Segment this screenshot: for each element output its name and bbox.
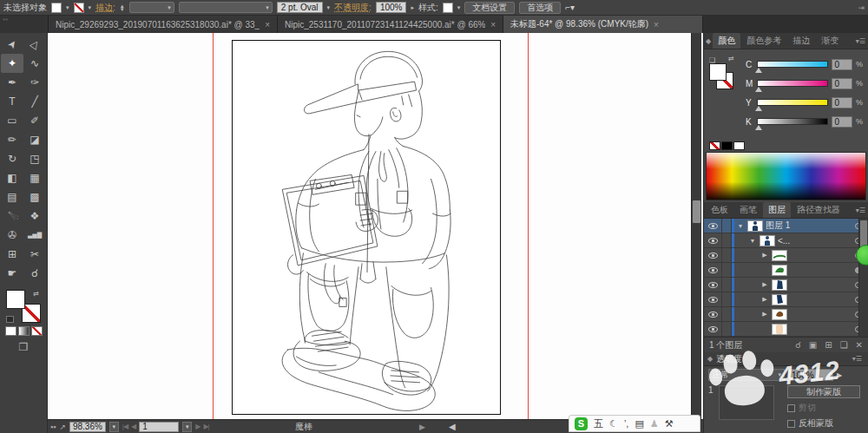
tab-document-3-active[interactable]: 未标题-64* @ 98.36% (CMYK/轮廓) × (503, 16, 703, 33)
visibility-eye-icon[interactable] (704, 297, 721, 303)
opacity-label-link[interactable]: 不透明度: (334, 2, 372, 14)
slider-thumb[interactable] (755, 106, 762, 111)
tab-layers[interactable]: 图层 (763, 202, 791, 218)
layer-thumbnail[interactable] (772, 279, 787, 291)
artboard-tool[interactable]: ⊞ (1, 245, 23, 264)
visibility-eye-icon[interactable] (704, 282, 721, 288)
group-name[interactable]: <... (778, 236, 790, 246)
last-artboard-button[interactable]: ▶| (203, 423, 208, 430)
visibility-eye-icon[interactable] (704, 267, 721, 273)
layer-name[interactable]: 图层 1 (766, 220, 790, 232)
zoom-level-value[interactable]: 98.36% (69, 422, 106, 432)
visibility-eye-icon[interactable] (704, 223, 721, 229)
rectangle-tool[interactable]: ▭ (1, 111, 23, 130)
h-scroll-left-icon[interactable]: ◀ (449, 422, 456, 431)
gradient-tool[interactable]: ▩ (23, 187, 46, 207)
style-dropdown-icon[interactable]: ▾ (457, 4, 461, 11)
lock-cell[interactable] (721, 292, 732, 306)
gradient-button[interactable] (18, 326, 30, 336)
lock-cell[interactable] (721, 322, 732, 336)
stroke-label-link[interactable]: 描边: (95, 2, 115, 14)
zoom-dropdown-icon[interactable]: ▾ (109, 422, 119, 432)
layers-scrollbar[interactable] (858, 219, 868, 337)
opacity-slider-icon[interactable]: ▶ (837, 371, 842, 379)
scale-tool[interactable]: ◳ (23, 149, 46, 168)
lock-cell[interactable] (721, 263, 732, 277)
transparency-opacity-value[interactable]: 100% (788, 369, 833, 381)
stroke-dropdown-icon[interactable]: ▾ (89, 4, 92, 11)
cs-live-icon[interactable]: ▪▪ (50, 423, 56, 431)
ime-fullhalf-moon-icon[interactable]: ☾ (609, 418, 618, 430)
column-graph-tool[interactable]: ▃▅▇ (23, 226, 46, 245)
stroke-weight-stepper[interactable]: ▲▼ (120, 4, 125, 11)
tab-pathfinder[interactable]: 路径查找器 (792, 202, 845, 218)
layer-row-4[interactable] (704, 263, 868, 278)
shape-builder-tool[interactable]: ◧ (1, 168, 23, 187)
brush-definition-value[interactable]: 2 pt. Oval (277, 2, 323, 13)
new-layer-icon[interactable]: ❏ (840, 340, 848, 350)
layer-thumbnail[interactable] (772, 324, 787, 335)
blend-mode-dropdown[interactable]: 正常▾ (708, 369, 785, 381)
locate-object-icon[interactable]: ☌ (795, 340, 801, 350)
eyedropper-tool[interactable]: ☄ (1, 207, 23, 226)
close-icon[interactable]: × (490, 20, 496, 30)
layer-thumbnail[interactable] (772, 294, 787, 305)
tab-gradient[interactable]: 渐变 (816, 33, 844, 49)
share-icon[interactable]: ↗ (59, 423, 66, 431)
yellow-slider[interactable] (757, 99, 827, 106)
visibility-eye-icon[interactable] (704, 326, 721, 332)
expand-triangle-icon[interactable]: ▼ (748, 238, 757, 244)
new-sublayer-icon[interactable]: ⊞ (825, 340, 832, 350)
mesh-tool[interactable]: ▤ (1, 187, 23, 207)
zoom-tool[interactable]: ☌ (23, 264, 46, 283)
black-value[interactable]: 0 (832, 116, 852, 128)
magic-wand-tool[interactable]: ✦ (1, 54, 23, 73)
transparency-header[interactable]: ◆ 透明度 ▾☰ (704, 352, 868, 366)
layer-row-7[interactable]: ▶ (704, 307, 868, 322)
color-button[interactable] (5, 326, 16, 336)
invert-mask-checkbox[interactable]: 反相蒙版 (787, 417, 860, 430)
artboard-number-value[interactable]: 1 (139, 422, 179, 432)
cyan-value[interactable]: 0 (832, 59, 852, 70)
panel-menu-icon[interactable]: ▾☰ (856, 207, 865, 214)
panel-menu-icon[interactable]: ▾☰ (856, 37, 865, 45)
ime-mode-wubi[interactable]: 五 (594, 417, 603, 430)
delete-layer-icon[interactable]: ✕ (856, 340, 863, 350)
variable-width-dropdown[interactable]: ▾ (179, 2, 273, 13)
panel-menu-icon[interactable]: ▾☰ (852, 355, 862, 363)
expand-triangle-icon[interactable]: ▶ (760, 281, 769, 288)
perspective-grid-tool[interactable]: ▦ (23, 168, 46, 187)
expand-triangle-icon[interactable]: ▼ (736, 223, 745, 229)
layer-row-1[interactable]: ▼ 图层 1 (704, 219, 868, 233)
canvas[interactable] (48, 33, 703, 419)
pen-tool[interactable]: ✒ (1, 73, 23, 92)
tab-color[interactable]: 颜色 (713, 33, 740, 49)
opacity-value[interactable]: 100% (376, 2, 407, 13)
lock-cell[interactable] (721, 307, 732, 321)
document-setup-button[interactable]: 文档设置 (464, 2, 515, 14)
layer-thumbnail[interactable] (772, 265, 787, 276)
expand-triangle-icon[interactable]: ▶ (760, 311, 769, 318)
brush-definition-dropdown-icon[interactable]: ▾ (327, 4, 331, 11)
type-tool[interactable]: T (1, 92, 23, 111)
close-icon[interactable]: × (265, 20, 270, 30)
magenta-value[interactable]: 0 (832, 78, 852, 89)
sogou-logo-icon[interactable]: S (575, 417, 588, 430)
lock-cell[interactable] (721, 278, 732, 292)
none-swatch[interactable] (709, 141, 720, 150)
ime-punctuation-icon[interactable]: ’, (624, 418, 629, 429)
tab-swatches[interactable]: 色板 (706, 202, 733, 218)
layer-thumbnail[interactable] (772, 250, 787, 261)
layer-row-5[interactable]: ▶ (704, 278, 868, 292)
close-icon[interactable]: × (654, 20, 659, 30)
checkbox-icon[interactable] (787, 420, 795, 428)
drawing-mode-icon[interactable]: ❐ (0, 341, 47, 353)
rotate-tool[interactable]: ↻ (1, 149, 23, 168)
scrollbar-thumb[interactable] (693, 200, 700, 223)
expand-triangle-icon[interactable]: ▶ (760, 296, 769, 303)
slider-thumb[interactable] (755, 68, 762, 73)
black-swatch[interactable] (721, 141, 733, 150)
next-artboard-button[interactable]: ▶ (195, 423, 200, 430)
layer-thumbnail[interactable] (772, 309, 787, 320)
cyan-slider[interactable] (757, 61, 827, 68)
